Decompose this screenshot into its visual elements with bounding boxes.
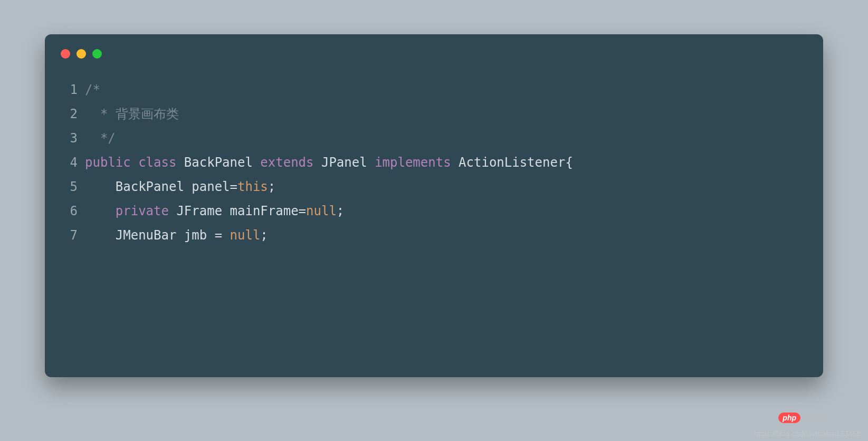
line-number: 6: [61, 199, 85, 223]
code-line: 4public class BackPanel extends JPanel i…: [61, 150, 807, 175]
code-token: ActionListener: [459, 155, 565, 170]
close-icon[interactable]: [61, 49, 70, 59]
code-area: 1/*2 * 背景画布类3 */4public class BackPanel …: [45, 64, 823, 264]
code-token: [253, 155, 260, 170]
code-token: {: [565, 155, 573, 170]
code-token: [85, 204, 116, 218]
code-token: [131, 155, 138, 170]
watermark-url: https://blog.csdn.net/akm123456: [754, 429, 861, 438]
code-token: JFrame: [176, 204, 222, 218]
code-token: [184, 179, 192, 194]
watermark-logo: php 中文网: [778, 413, 826, 423]
code-token: mainFrame: [230, 204, 299, 218]
code-token: [367, 155, 375, 170]
code-token: */: [85, 131, 116, 146]
minimize-icon[interactable]: [77, 49, 86, 59]
code-token: [85, 179, 116, 194]
code-token: implements: [375, 155, 451, 170]
line-number: 7: [61, 223, 85, 247]
code-token: [85, 228, 116, 243]
code-token: null: [306, 204, 337, 218]
code-token: [176, 155, 184, 170]
code-line: 3 */: [61, 126, 807, 150]
code-token: jmb: [184, 228, 207, 243]
line-number: 2: [61, 102, 85, 126]
code-token: this: [237, 179, 268, 194]
code-content: JMenuBar jmb = null;: [85, 223, 807, 247]
code-token: panel: [192, 179, 230, 194]
code-line: 5 BackPanel panel=this;: [61, 175, 807, 199]
code-token: BackPanel: [116, 179, 184, 194]
code-line: 1/*: [61, 78, 807, 102]
code-content: /*: [85, 78, 807, 102]
code-line: 2 * 背景画布类: [61, 102, 807, 126]
code-token: =: [207, 228, 230, 243]
code-token: JMenuBar: [116, 228, 177, 243]
code-content: * 背景画布类: [85, 102, 807, 126]
code-token: [314, 155, 321, 170]
line-number: 3: [61, 126, 85, 150]
code-token: [451, 155, 459, 170]
window-titlebar: [45, 34, 823, 64]
code-token: JPanel: [321, 155, 367, 170]
code-token: null: [230, 228, 261, 243]
code-token: public: [85, 155, 131, 170]
code-token: /*: [85, 82, 100, 97]
code-content: public class BackPanel extends JPanel im…: [85, 150, 807, 175]
line-number: 1: [61, 78, 85, 102]
code-token: private: [116, 204, 169, 218]
code-token: [169, 204, 176, 218]
line-number: 5: [61, 175, 85, 199]
code-token: ;: [337, 204, 344, 218]
code-token: =: [299, 204, 306, 218]
code-token: class: [138, 155, 176, 170]
php-site-name: 中文网: [804, 413, 826, 423]
code-token: =: [230, 179, 237, 194]
php-badge: php: [778, 413, 800, 423]
code-token: extends: [260, 155, 313, 170]
line-number: 4: [61, 150, 85, 175]
code-line: 6 private JFrame mainFrame=null;: [61, 199, 807, 223]
code-token: [222, 204, 230, 218]
code-content: private JFrame mainFrame=null;: [85, 199, 807, 223]
code-content: BackPanel panel=this;: [85, 175, 807, 199]
code-token: * 背景画布类: [85, 107, 179, 121]
code-token: BackPanel: [184, 155, 253, 170]
code-content: */: [85, 126, 807, 150]
code-editor-window: 1/*2 * 背景画布类3 */4public class BackPanel …: [45, 34, 823, 377]
code-token: ;: [268, 179, 275, 194]
code-token: [176, 228, 184, 243]
code-line: 7 JMenuBar jmb = null;: [61, 223, 807, 247]
code-token: ;: [260, 228, 268, 243]
maximize-icon[interactable]: [92, 49, 102, 59]
